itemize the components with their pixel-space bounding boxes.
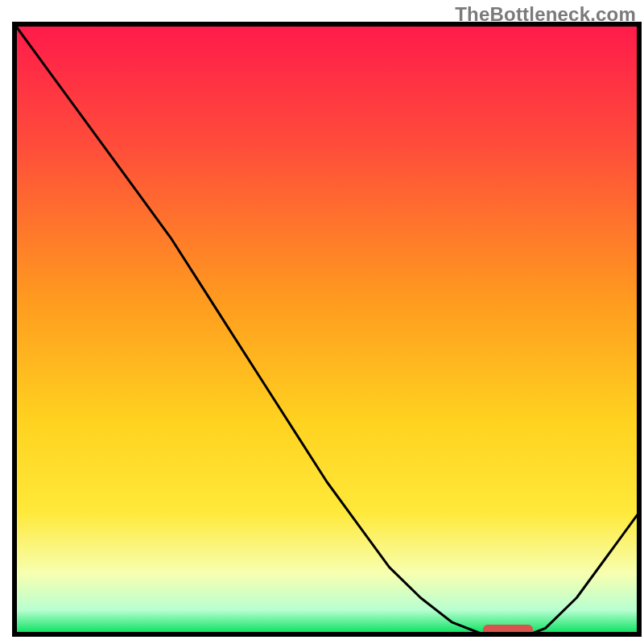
bottleneck-chart — [0, 0, 644, 644]
chart-container: TheBottleneck.com — [0, 0, 644, 644]
watermark-text: TheBottleneck.com — [455, 3, 636, 26]
plot-background — [14, 24, 639, 634]
